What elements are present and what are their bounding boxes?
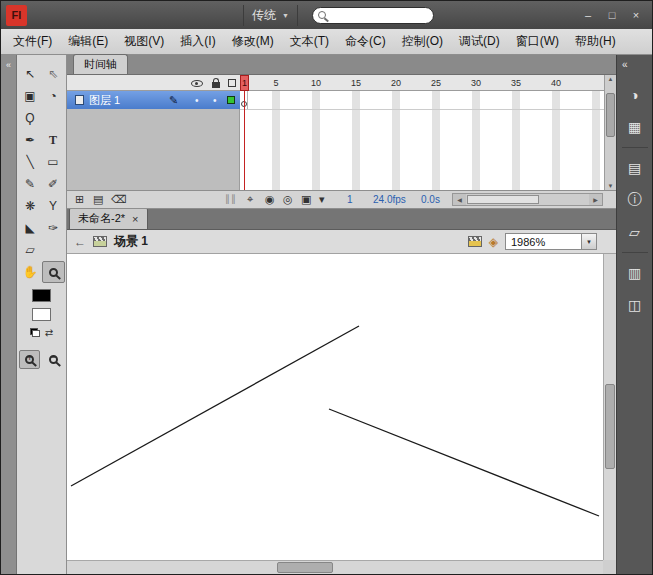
scroll-down-icon[interactable]: ▼	[605, 183, 616, 189]
menu-file[interactable]: 文件(F)	[5, 29, 60, 54]
stage-vertical-scrollbar[interactable]	[603, 254, 616, 560]
frame-ruler-number: 20	[391, 78, 401, 88]
fill-color-chip[interactable]	[32, 308, 51, 321]
minimize-button[interactable]: –	[577, 7, 599, 23]
layer-outline-color-swatch[interactable]	[227, 96, 235, 104]
search-box[interactable]	[312, 7, 434, 24]
collapse-right-icon[interactable]: «	[622, 59, 628, 75]
layer-lock-dot[interactable]: •	[213, 95, 217, 106]
document-close-icon[interactable]: ×	[132, 213, 138, 225]
paint-bucket-tool[interactable]: ◣	[19, 217, 42, 239]
timeline-tab[interactable]: 时间轴	[73, 54, 128, 74]
brush-tool[interactable]: ✐	[42, 173, 65, 195]
edit-symbols-icon[interactable]: ◈	[489, 235, 498, 249]
timeline-tab-bar: 时间轴	[67, 55, 616, 75]
onion-skin-outlines-button[interactable]: ◎	[283, 193, 293, 206]
timeline-scroll-track[interactable]	[466, 194, 589, 205]
frame-rate-indicator[interactable]: 24.0fps	[373, 194, 406, 205]
collapse-left-icon[interactable]: «	[6, 60, 11, 70]
selection-tool[interactable]: ↖	[19, 63, 42, 85]
swatches-panel-icon[interactable]: ▦	[621, 115, 649, 139]
deco-tool[interactable]: ❋	[19, 195, 42, 217]
menu-control[interactable]: 控制(O)	[394, 29, 451, 54]
outline-layers-icon[interactable]	[228, 79, 236, 87]
menu-debug[interactable]: 调试(D)	[451, 29, 508, 54]
swap-colors-icon[interactable]: ⇄	[45, 327, 53, 338]
stroke-color-chip[interactable]	[32, 289, 51, 302]
modify-markers-button[interactable]: ▾	[319, 193, 325, 206]
stage-zoom-value[interactable]: 1986%	[506, 236, 581, 248]
delete-layer-button[interactable]: ⌫	[111, 193, 127, 206]
menu-commands[interactable]: 命令(C)	[337, 29, 394, 54]
new-folder-button[interactable]: ▤	[93, 193, 103, 206]
timeline-header[interactable]: 5 10 15 20 25 30 35 40	[67, 75, 604, 91]
edit-scene-icon[interactable]	[468, 236, 482, 247]
playhead-marker[interactable]: 1	[240, 75, 249, 91]
bone-tool[interactable]: Y	[42, 195, 65, 217]
zoom-out-modifier-button[interactable]	[43, 350, 64, 369]
eyedropper-tool[interactable]: ✑	[42, 217, 65, 239]
components-panel-icon[interactable]: ◫	[621, 293, 649, 317]
onion-skin-button[interactable]: ◉	[265, 193, 275, 206]
line-tool[interactable]: ╲	[19, 151, 42, 173]
menu-edit[interactable]: 编辑(E)	[60, 29, 116, 54]
eraser-tool[interactable]: ▱	[19, 239, 42, 261]
menu-help[interactable]: 帮助(H)	[567, 29, 624, 54]
stage-vertical-scroll-thumb[interactable]	[605, 384, 615, 469]
timeline-horizontal-scroll-thumb[interactable]	[467, 195, 539, 204]
timeline-vertical-scrollbar[interactable]: ▲ ▼	[604, 75, 616, 190]
layer-visibility-dot[interactable]: •	[195, 95, 199, 106]
layer-name[interactable]: 图层 1	[89, 93, 120, 108]
stage-drawing[interactable]	[67, 254, 603, 560]
pen-tool[interactable]: ✒	[19, 129, 42, 151]
menu-modify[interactable]: 修改(M)	[224, 29, 282, 54]
text-tool[interactable]: T	[42, 129, 65, 151]
center-frame-button[interactable]: ⌖	[247, 193, 253, 206]
search-input[interactable]	[330, 9, 420, 21]
close-button[interactable]: ×	[625, 7, 647, 23]
menu-insert[interactable]: 插入(I)	[172, 29, 223, 54]
scroll-left-icon[interactable]: ◀	[453, 194, 466, 205]
scroll-up-icon[interactable]: ▲	[605, 76, 616, 82]
stage-zoom-combobox[interactable]: 1986% ▼	[505, 233, 597, 250]
edit-multiple-frames-button[interactable]: ▣	[301, 193, 311, 206]
rectangle-tool[interactable]: ▭	[42, 151, 65, 173]
scroll-right-icon[interactable]: ▶	[589, 194, 602, 205]
workspace-switcher[interactable]: 传统 ▼	[243, 5, 298, 26]
menu-window[interactable]: 窗口(W)	[508, 29, 567, 54]
pencil-tool[interactable]: ✎	[19, 173, 42, 195]
menu-view[interactable]: 视图(V)	[116, 29, 172, 54]
zoom-in-modifier-button[interactable]	[19, 350, 40, 369]
frames-grid[interactable]	[240, 91, 604, 190]
hand-tool[interactable]: ✋	[19, 261, 42, 283]
zoom-dropdown-button[interactable]: ▼	[581, 234, 596, 249]
free-transform-tool[interactable]: ▣	[19, 85, 42, 107]
3d-rotation-tool[interactable]: ◔	[42, 85, 65, 107]
timeline-horizontal-scrollbar[interactable]: ◀ ▶	[452, 193, 603, 206]
timeline-vertical-scroll-thumb[interactable]	[606, 93, 615, 137]
subselection-tool[interactable]: ⇖	[42, 63, 65, 85]
align-panel-icon[interactable]: ▤	[621, 156, 649, 180]
lock-layers-icon[interactable]	[212, 82, 220, 88]
zoom-tool[interactable]	[42, 261, 65, 283]
stage-horizontal-scrollbar[interactable]	[67, 560, 603, 574]
default-colors-icon[interactable]	[30, 328, 40, 337]
tools-panel: ↖ ⇖ ▣ ◔ Ϙ ✒ T ╲ ▭ ✎ ✐ ❋ Y ◣ ✑ ▱ ✋	[17, 55, 67, 574]
stage-canvas[interactable]	[67, 254, 616, 574]
color-panel-icon[interactable]: ◑	[621, 83, 649, 107]
show-hide-layers-icon[interactable]	[191, 80, 203, 87]
timeline-layer-row[interactable]: 图层 1 ✎ • •	[67, 91, 240, 109]
transform-panel-icon[interactable]: ▱	[621, 220, 649, 244]
menu-text[interactable]: 文本(T)	[282, 29, 337, 54]
new-layer-button[interactable]: ⊞	[75, 193, 84, 206]
lasso-tool[interactable]: Ϙ	[19, 107, 42, 129]
info-panel-icon[interactable]: ⓘ	[621, 188, 649, 212]
frame-ruler-number: 40	[551, 78, 561, 88]
maximize-button[interactable]: □	[601, 7, 623, 23]
stage-horizontal-scroll-thumb[interactable]	[277, 562, 333, 573]
library-panel-icon[interactable]: ▥	[621, 261, 649, 285]
back-arrow-icon[interactable]: ←	[74, 235, 86, 249]
document-tab[interactable]: 未命名-2* ×	[69, 207, 148, 229]
app-logo: Fl	[6, 5, 27, 26]
scene-name-label[interactable]: 场景 1	[114, 233, 148, 250]
